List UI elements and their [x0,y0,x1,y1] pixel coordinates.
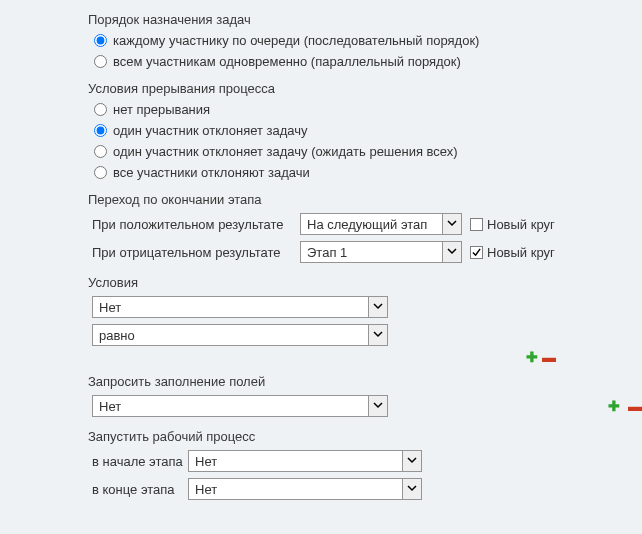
select-value: Этап 1 [307,245,347,260]
chevron-down-icon [368,325,387,345]
remove-icon[interactable]: ▬ [542,352,556,362]
checkbox-icon [470,218,483,231]
checkbox-label: Новый круг [487,245,555,260]
select-run-end[interactable]: Нет [188,478,422,500]
radio-order-sequential[interactable] [94,34,107,47]
row-request-field: Нет ✚ ▬ [92,395,642,417]
radio-interrupt-one-wait[interactable] [94,145,107,158]
label-negative: При отрицательном результате [92,245,292,260]
chevron-down-icon [442,214,461,234]
row-condition-field: Нет [92,296,642,318]
chevron-down-icon [442,242,461,262]
label-run-start: в начале этапа [92,454,180,469]
select-condition-field[interactable]: Нет [92,296,388,318]
select-positive[interactable]: На следующий этап [300,213,462,235]
chevron-down-icon [402,479,421,499]
row-transition-positive: При положительном результате На следующи… [92,213,642,235]
select-negative[interactable]: Этап 1 [300,241,462,263]
opt-interrupt-one[interactable]: один участник отклоняет задачу [94,123,642,138]
section-title-conditions: Условия [88,275,642,290]
checkbox-label: Новый круг [487,217,555,232]
opt-label: нет прерывания [113,102,210,117]
label-run-end: в конце этапа [92,482,180,497]
opt-label: один участник отклоняет задачу [113,123,308,138]
row-condition-op: равно [92,324,642,346]
select-value: На следующий этап [307,217,427,232]
section-title-order: Порядок назначения задач [88,12,642,27]
row-run-end: в конце этапа Нет [92,478,642,500]
opt-label: все участники отклоняют задачи [113,165,310,180]
row-run-start: в начале этапа Нет [92,450,642,472]
opt-label: всем участникам одновременно (параллельн… [113,54,461,69]
section-title-run: Запустить рабочий процесс [88,429,642,444]
remove-icon[interactable]: ▬ [628,398,642,414]
condition-add-remove: ✚ ▬ [92,352,556,362]
select-value: Нет [99,300,121,315]
options-order: каждому участнику по очереди (последоват… [94,33,642,69]
radio-order-parallel[interactable] [94,55,107,68]
opt-label: каждому участнику по очереди (последоват… [113,33,479,48]
section-title-request: Запросить заполнение полей [88,374,642,389]
select-condition-op[interactable]: равно [92,324,388,346]
select-value: равно [99,328,135,343]
add-icon[interactable]: ✚ [608,398,620,414]
opt-interrupt-all[interactable]: все участники отклоняют задачи [94,165,642,180]
chevron-down-icon [368,396,387,416]
radio-interrupt-one[interactable] [94,124,107,137]
row-transition-negative: При отрицательном результате Этап 1 Новы… [92,241,642,263]
radio-interrupt-none[interactable] [94,103,107,116]
label-positive: При положительном результате [92,217,292,232]
checkbox-negative-newround[interactable]: Новый круг [470,245,555,260]
select-value: Нет [99,399,121,414]
select-value: Нет [195,482,217,497]
select-value: Нет [195,454,217,469]
chevron-down-icon [402,451,421,471]
opt-order-parallel[interactable]: всем участникам одновременно (параллельн… [94,54,642,69]
chevron-down-icon [368,297,387,317]
opt-interrupt-one-wait[interactable]: один участник отклоняет задачу (ожидать … [94,144,642,159]
section-title-transition: Переход по окончании этапа [88,192,642,207]
opt-order-sequential[interactable]: каждому участнику по очереди (последоват… [94,33,642,48]
opt-interrupt-none[interactable]: нет прерывания [94,102,642,117]
select-run-start[interactable]: Нет [188,450,422,472]
radio-interrupt-all[interactable] [94,166,107,179]
options-interrupt: нет прерывания один участник отклоняет з… [94,102,642,180]
checkbox-positive-newround[interactable]: Новый круг [470,217,555,232]
select-request-field[interactable]: Нет [92,395,388,417]
opt-label: один участник отклоняет задачу (ожидать … [113,144,458,159]
add-icon[interactable]: ✚ [526,352,538,362]
section-title-interrupt: Условия прерывания процесса [88,81,642,96]
checkbox-icon [470,246,483,259]
